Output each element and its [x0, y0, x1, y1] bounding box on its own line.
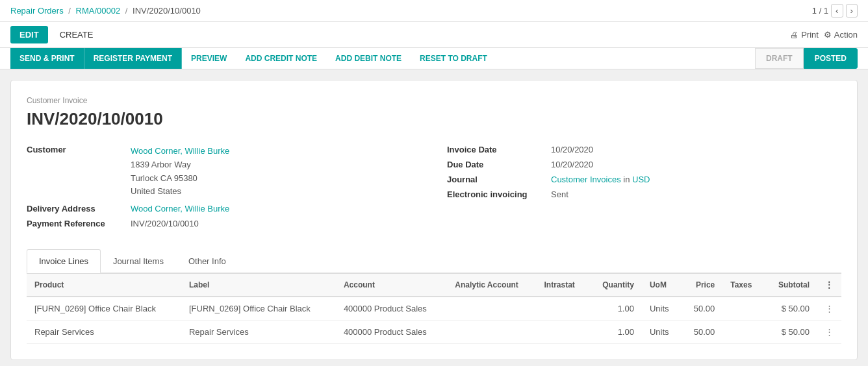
delivery-address-value: Wood Corner, Willie Burke	[131, 204, 229, 214]
electronic-invoicing-row: Electronic invoicing Sent	[447, 189, 841, 199]
create-button[interactable]: CREATE	[53, 26, 100, 43]
col-header-account: Account	[336, 274, 447, 297]
cell-analytic-1	[447, 321, 536, 344]
journal-value: Customer Invoices in USD	[551, 175, 650, 184]
electronic-invoicing-label: Electronic invoicing	[447, 189, 551, 199]
journal-currency[interactable]: USD	[632, 175, 650, 184]
table-body: [FURN_0269] Office Chair Black [FURN_026…	[27, 297, 841, 344]
print-button[interactable]: 🖨 Print	[790, 30, 819, 40]
cell-quantity-1: 1.00	[589, 321, 642, 344]
invoice-date-label: Invoice Date	[447, 145, 551, 154]
cell-uom-0: Units	[642, 297, 682, 321]
payment-reference-value: INV/2020/10/0010	[131, 219, 199, 228]
delivery-address-label: Delivery Address	[27, 204, 131, 214]
col-header-analytic: Analytic Account	[447, 274, 536, 297]
breadcrumb-bar: Repair Orders / RMA/00002 / INV/2020/10/…	[0, 0, 868, 22]
tab-journal-items[interactable]: Journal Items	[101, 249, 176, 273]
cell-taxes-0	[722, 297, 764, 321]
col-header-label: Label	[181, 274, 336, 297]
journal-row: Journal Customer Invoices in USD	[447, 175, 841, 184]
cell-intrastat-0	[536, 297, 588, 321]
cell-subtotal-0: $ 50.00	[765, 297, 817, 321]
edit-button[interactable]: EDIT	[10, 26, 48, 43]
reset-to-draft-button[interactable]: RESET TO DRAFT	[411, 48, 496, 69]
cell-intrastat-1	[536, 321, 588, 344]
breadcrumb-current: INV/2020/10/0010	[133, 6, 201, 16]
cell-uom-1: Units	[642, 321, 682, 344]
journal-name[interactable]: Customer Invoices	[551, 175, 621, 184]
cell-label-1: Repair Services	[181, 321, 336, 344]
journal-label: Journal	[447, 175, 551, 184]
table-header-row: Product Label Account Analytic Account I…	[27, 274, 841, 297]
status-bar: SEND & PRINT REGISTER PAYMENT PREVIEW AD…	[0, 48, 868, 69]
action-label: Action	[834, 30, 858, 40]
customer-address-2: Turlock CA 95380	[131, 173, 198, 183]
cell-account-0: 400000 Product Sales	[336, 297, 447, 321]
invoice-date-row: Invoice Date 10/20/2020	[447, 145, 841, 154]
cell-price-1: 50.00	[681, 321, 722, 344]
pagination-count: 1 / 1	[812, 6, 828, 16]
print-label: Print	[801, 30, 819, 40]
due-date-row: Due Date 10/20/2020	[447, 160, 841, 169]
cell-menu-1[interactable]: ⋮	[817, 321, 841, 344]
invoice-number: INV/2020/10/0010	[27, 109, 841, 129]
status-spacer	[496, 48, 755, 69]
cell-menu-0[interactable]: ⋮	[817, 297, 841, 321]
detail-right: Invoice Date 10/20/2020 Due Date 10/20/2…	[447, 145, 841, 234]
breadcrumb-sep-1: /	[68, 6, 71, 16]
due-date-value: 10/20/2020	[551, 160, 593, 169]
invoice-lines-table: Product Label Account Analytic Account I…	[27, 273, 841, 344]
gear-icon: ⚙	[824, 30, 832, 40]
main-content: Customer Invoice INV/2020/10/0010 Custom…	[0, 69, 868, 366]
invoice-type-label: Customer Invoice	[27, 96, 841, 105]
tab-other-info[interactable]: Other Info	[176, 249, 238, 273]
cell-account-1: 400000 Product Sales	[336, 321, 447, 344]
electronic-invoicing-value: Sent	[551, 189, 568, 199]
col-header-subtotal: Subtotal	[765, 274, 817, 297]
send-print-button[interactable]: SEND & PRINT	[10, 48, 84, 69]
customer-name[interactable]: Wood Corner, Willie Burke	[131, 146, 229, 156]
col-header-uom: UoM	[642, 274, 682, 297]
breadcrumb-sep-2: /	[125, 6, 128, 16]
pagination-prev[interactable]: ‹	[831, 4, 843, 18]
customer-address-1: 1839 Arbor Way	[131, 160, 191, 169]
col-header-taxes: Taxes	[722, 274, 764, 297]
cell-quantity-0: 1.00	[589, 297, 642, 321]
invoice-card: Customer Invoice INV/2020/10/0010 Custom…	[10, 80, 858, 360]
payment-reference-row: Payment Reference INV/2020/10/0010	[27, 219, 421, 228]
cell-subtotal-1: $ 50.00	[765, 321, 817, 344]
journal-in: in	[623, 175, 632, 184]
delivery-address-link[interactable]: Wood Corner, Willie Burke	[131, 204, 229, 214]
detail-left: Customer Wood Corner, Willie Burke 1839 …	[27, 145, 421, 234]
payment-reference-label: Payment Reference	[27, 219, 131, 228]
add-credit-note-button[interactable]: ADD CREDIT NOTE	[236, 48, 326, 69]
cell-product-0: [FURN_0269] Office Chair Black	[27, 297, 181, 321]
breadcrumb: Repair Orders / RMA/00002 / INV/2020/10/…	[10, 6, 201, 16]
due-date-label: Due Date	[447, 160, 551, 169]
status-draft: DRAFT	[755, 48, 804, 69]
invoice-details: Customer Wood Corner, Willie Burke 1839 …	[27, 145, 841, 234]
customer-label: Customer	[27, 145, 131, 154]
breadcrumb-rma[interactable]: RMA/00002	[76, 6, 121, 16]
col-header-quantity: Quantity	[589, 274, 642, 297]
table-row[interactable]: [FURN_0269] Office Chair Black [FURN_026…	[27, 297, 841, 321]
col-header-product: Product	[27, 274, 181, 297]
tab-invoice-lines[interactable]: Invoice Lines	[27, 249, 101, 273]
action-button[interactable]: ⚙ Action	[824, 30, 858, 40]
customer-row: Customer Wood Corner, Willie Burke 1839 …	[27, 145, 421, 199]
table-row[interactable]: Repair Services Repair Services 400000 P…	[27, 321, 841, 344]
action-bar: EDIT CREATE 🖨 Print ⚙ Action	[0, 22, 868, 48]
col-header-menu: ⋮	[817, 274, 841, 297]
breadcrumb-repair-orders[interactable]: Repair Orders	[10, 6, 64, 16]
status-posted: POSTED	[804, 48, 858, 69]
add-debit-note-button[interactable]: ADD DEBIT NOTE	[326, 48, 411, 69]
customer-address-3: United States	[131, 186, 181, 196]
pagination-next[interactable]: ›	[846, 4, 858, 18]
register-payment-button[interactable]: REGISTER PAYMENT	[84, 48, 182, 69]
tabs: Invoice Lines Journal Items Other Info	[27, 249, 841, 273]
col-header-intrastat: Intrastat	[536, 274, 588, 297]
cell-product-1: Repair Services	[27, 321, 181, 344]
preview-button[interactable]: PREVIEW	[182, 48, 236, 69]
cell-taxes-1	[722, 321, 764, 344]
print-icon: 🖨	[790, 30, 798, 40]
